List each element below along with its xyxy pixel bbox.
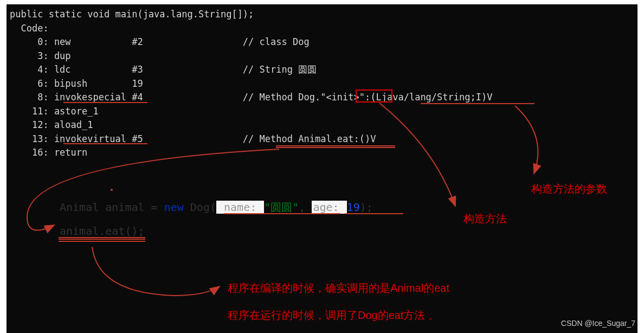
underline bbox=[63, 143, 147, 144]
underline bbox=[345, 213, 403, 214]
code-line-2: animal.eat(); bbox=[60, 219, 373, 243]
underline bbox=[276, 145, 395, 146]
param-hint-age: age: bbox=[312, 201, 346, 214]
code-seg: animal.eat(); bbox=[60, 225, 145, 238]
underline bbox=[63, 102, 147, 103]
code-seg: Animal animal = bbox=[60, 201, 164, 214]
annotation-compile-line1: 程序在编译的时候，确实调用的是Animal的eat bbox=[228, 281, 449, 296]
watermark: CSDN @Ice_Sugar_7 bbox=[561, 319, 635, 328]
string-literal: "圆圆" bbox=[264, 201, 299, 214]
code-line-1: Animal animal = new Dog( name: "圆圆", age… bbox=[60, 195, 373, 219]
number-literal: 19 bbox=[347, 201, 360, 214]
code-seg: Dog( bbox=[184, 201, 216, 214]
annotation-construct-method: 构造方法 bbox=[463, 212, 507, 226]
underline bbox=[421, 103, 534, 104]
underline bbox=[224, 213, 340, 214]
underline bbox=[59, 241, 145, 242]
java-code-snippet: Animal animal = new Dog( name: "圆圆", age… bbox=[60, 195, 373, 243]
keyword-new: new bbox=[164, 201, 184, 214]
init-highlight-box bbox=[356, 89, 392, 103]
annotation-compile-line2: 程序在运行的时候，调用了Dog的eat方法 。 bbox=[228, 308, 439, 323]
underline bbox=[59, 237, 145, 238]
annotation-construct-params: 构造方法的参数 bbox=[531, 182, 607, 196]
param-hint-name: name: bbox=[216, 201, 264, 214]
code-seg: , bbox=[299, 201, 312, 214]
code-seg: ); bbox=[360, 201, 373, 214]
